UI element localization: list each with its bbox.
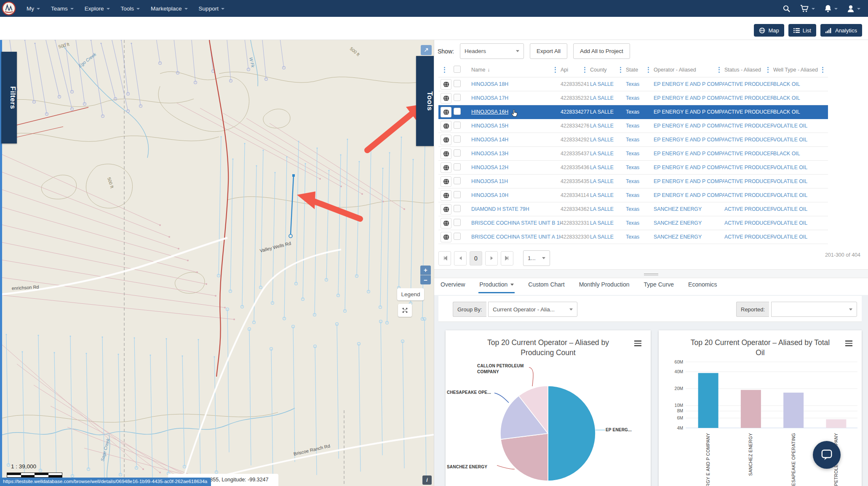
- show-on-map-button[interactable]: [441, 232, 451, 242]
- well-name-link[interactable]: HINOJOSA 18H: [471, 81, 561, 87]
- well-state-link[interactable]: Texas: [626, 151, 654, 157]
- next-page-button[interactable]: [485, 251, 498, 266]
- zoom-out-button[interactable]: −: [420, 275, 431, 284]
- nav-item-my[interactable]: My: [22, 3, 45, 14]
- well-state-link[interactable]: Texas: [626, 95, 654, 101]
- user-icon[interactable]: [847, 5, 860, 13]
- well-state-link[interactable]: Texas: [626, 206, 654, 212]
- row-checkbox[interactable]: [454, 108, 461, 115]
- well-status-link[interactable]: ACTIVE PRODUCER: [724, 220, 773, 226]
- well-operator-link[interactable]: SANCHEZ ENERGY: [654, 220, 724, 226]
- nav-item-marketplace[interactable]: Marketplace: [146, 3, 192, 14]
- tab-type-curve[interactable]: Type Curve: [643, 279, 675, 292]
- tab-production[interactable]: Production: [478, 279, 515, 293]
- well-county-link[interactable]: LA SALLE: [590, 178, 626, 184]
- row-checkbox[interactable]: [454, 94, 461, 101]
- column-header-state[interactable]: State: [626, 66, 654, 74]
- table-row[interactable]: BRISCOE COCHINA STATE UNIT B 1H422833233…: [438, 216, 828, 230]
- well-operator-link[interactable]: EP ENERGY E AND P COMPANY: [654, 123, 724, 129]
- well-type-link[interactable]: BLACK OIL: [773, 81, 828, 87]
- show-on-map-button[interactable]: [441, 218, 451, 228]
- table-row[interactable]: HINOJOSA 14H4228334292LA SALLETexasEP EN…: [438, 133, 828, 147]
- well-operator-link[interactable]: EP ENERGY E AND P COMPANY: [654, 109, 724, 115]
- well-type-link[interactable]: VOLATILE OIL: [773, 220, 828, 226]
- well-operator-link[interactable]: EP ENERGY E AND P COMPANY: [654, 95, 724, 101]
- well-name-link[interactable]: HINOJOSA 13H: [471, 151, 561, 157]
- row-checkbox[interactable]: [454, 163, 461, 170]
- column-menu-icon[interactable]: [553, 66, 557, 74]
- show-dropdown[interactable]: Headers: [460, 43, 524, 59]
- row-checkbox[interactable]: [454, 205, 461, 212]
- column-header-well-type-aliased[interactable]: Well Type - Aliased: [773, 66, 828, 74]
- map-view-button[interactable]: Map: [754, 24, 784, 37]
- resize-handle[interactable]: [644, 273, 658, 276]
- table-row[interactable]: HINOJOSA 17H4228335232LA SALLETexasEP EN…: [438, 91, 828, 105]
- well-name-link[interactable]: BRISCOE COCHINA STATE UNIT A 1H: [471, 234, 561, 240]
- well-status-link[interactable]: ACTIVE PRODUCER: [724, 178, 773, 184]
- well-name-link[interactable]: DIAMOND H STATE 79H: [471, 206, 561, 212]
- table-row[interactable]: HINOJOSA 10H4228334114LA SALLETexasEP EN…: [438, 189, 828, 202]
- show-on-map-button[interactable]: [441, 121, 451, 131]
- well-operator-link[interactable]: EP ENERGY E AND P COMPANY: [654, 81, 724, 87]
- well-type-link[interactable]: VOLATILE OIL: [773, 178, 828, 184]
- list-view-button[interactable]: List: [788, 24, 816, 37]
- well-state-link[interactable]: Texas: [626, 123, 654, 129]
- well-state-link[interactable]: Texas: [626, 81, 654, 87]
- well-status-link[interactable]: ACTIVE PRODUCER: [724, 192, 773, 198]
- well-county-link[interactable]: LA SALLE: [590, 192, 626, 198]
- well-status-link[interactable]: ACTIVE PRODUCER: [724, 165, 773, 170]
- column-menu-icon[interactable]: [646, 66, 650, 74]
- well-name-link[interactable]: HINOJOSA 16H: [471, 109, 561, 115]
- well-operator-link[interactable]: EP ENERGY E AND P COMPANY: [654, 165, 724, 170]
- tab-custom-chart[interactable]: Custom Chart: [527, 279, 565, 292]
- show-on-map-button[interactable]: [441, 190, 451, 201]
- well-state-link[interactable]: Texas: [626, 178, 654, 184]
- column-menu-icon[interactable]: [443, 66, 446, 74]
- well-type-link[interactable]: BLACK OIL: [773, 95, 828, 101]
- tab-monthly-production[interactable]: Monthly Production: [578, 279, 630, 292]
- well-state-link[interactable]: Texas: [626, 192, 654, 198]
- nav-item-tools[interactable]: Tools: [116, 3, 145, 14]
- well-state-link[interactable]: Texas: [626, 109, 654, 115]
- well-operator-link[interactable]: EP ENERGY E AND P COMPANY: [654, 178, 724, 184]
- nav-item-explore[interactable]: Explore: [80, 3, 115, 14]
- well-operator-link[interactable]: EP ENERGY E AND P COMPANY: [654, 151, 724, 157]
- row-checkbox[interactable]: [454, 80, 461, 87]
- show-on-map-button[interactable]: [441, 149, 451, 159]
- well-state-link[interactable]: Texas: [626, 137, 654, 143]
- column-header-county[interactable]: County: [590, 66, 626, 74]
- well-name-link[interactable]: BRISCOE COCHINA STATE UNIT B 1H: [471, 220, 561, 226]
- search-icon[interactable]: [783, 5, 791, 13]
- group-by-dropdown[interactable]: Current Operator - Alia...: [488, 302, 577, 317]
- fullscreen-button[interactable]: [398, 304, 412, 317]
- filters-tab[interactable]: Filters: [1, 52, 17, 143]
- well-type-link[interactable]: VOLATILE OIL: [773, 165, 828, 170]
- show-on-map-button[interactable]: [441, 176, 451, 187]
- map-canvas[interactable]: 500 ft 500 ft 500 ft Ego Creek Sage Cree…: [0, 40, 434, 486]
- row-checkbox[interactable]: [454, 233, 461, 240]
- table-row[interactable]: HINOJOSA 15H4228334276LA SALLETexasEP EN…: [438, 119, 828, 133]
- bar[interactable]: [698, 373, 718, 428]
- map-info-button[interactable]: i: [422, 475, 432, 485]
- well-status-link[interactable]: ACTIVE PRODUCER: [724, 234, 773, 240]
- show-on-map-button[interactable]: [441, 135, 451, 145]
- well-state-link[interactable]: Texas: [626, 165, 654, 170]
- page-size-dropdown[interactable]: 1...: [523, 250, 550, 266]
- column-menu-icon[interactable]: [583, 66, 587, 74]
- column-menu-icon[interactable]: [619, 66, 622, 74]
- well-status-link[interactable]: ACTIVE PRODUCER: [724, 95, 773, 101]
- bell-icon[interactable]: [824, 4, 838, 13]
- well-county-link[interactable]: LA SALLE: [590, 206, 626, 212]
- table-row[interactable]: HINOJOSA 12H4228335436LA SALLETexasEP EN…: [438, 161, 828, 175]
- analytics-view-button[interactable]: Analytics: [820, 24, 862, 37]
- well-county-link[interactable]: LA SALLE: [590, 123, 626, 129]
- well-name-link[interactable]: HINOJOSA 11H: [471, 178, 561, 184]
- well-type-link[interactable]: VOLATILE OIL: [773, 137, 828, 143]
- show-on-map-button[interactable]: [441, 79, 451, 90]
- well-status-link[interactable]: ACTIVE PRODUCER: [724, 109, 773, 115]
- row-checkbox[interactable]: [454, 149, 461, 157]
- show-on-map-button[interactable]: [441, 204, 451, 215]
- column-header-status-aliased[interactable]: Status - Aliased: [724, 66, 773, 74]
- well-status-link[interactable]: ACTIVE PRODUCER: [724, 151, 773, 157]
- well-state-link[interactable]: Texas: [626, 234, 654, 240]
